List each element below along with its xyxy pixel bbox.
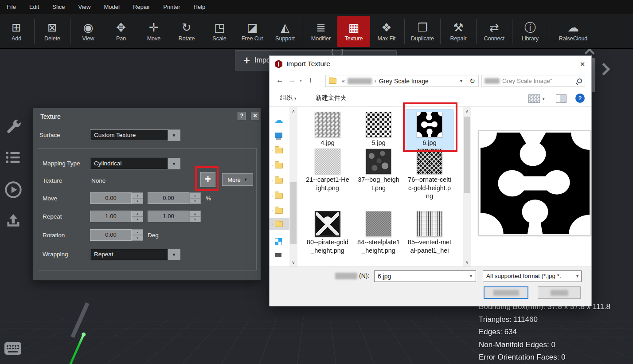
- expand-chevron-icon[interactable]: ›: [270, 221, 275, 227]
- file-item[interactable]: 85--vented-metal-panel1_hei: [407, 211, 452, 254]
- file-item[interactable]: 4.jpg: [305, 112, 350, 147]
- menu-file[interactable]: File: [0, 0, 23, 14]
- scrollbar-thumb[interactable]: [464, 117, 470, 193]
- menu-view[interactable]: View: [72, 0, 98, 14]
- back-button[interactable]: ←: [276, 76, 284, 85]
- expand-chevron-icon[interactable]: ›: [270, 208, 275, 213]
- spinner-arrows[interactable]: ▲▼: [189, 192, 201, 204]
- refresh-icon[interactable]: ↻: [466, 75, 478, 86]
- organize-menu[interactable]: 组织▾: [280, 94, 297, 102]
- tree-item-this-pc[interactable]: [270, 129, 289, 141]
- repeat-y-spinbox[interactable]: 1.00 ▲▼: [148, 211, 201, 222]
- spinner-arrows[interactable]: ▲▼: [132, 229, 143, 241]
- expand-chevron-icon[interactable]: ›: [270, 148, 275, 153]
- menu-model[interactable]: Model: [98, 0, 126, 14]
- tree-item-folder[interactable]: ›: [270, 189, 289, 202]
- menu-printer[interactable]: Printer: [156, 0, 187, 14]
- toolbar-modifier[interactable]: ≣Modifier: [305, 16, 337, 47]
- upload-icon[interactable]: [5, 212, 21, 230]
- list-icon[interactable]: [5, 150, 20, 165]
- toolbar-pan[interactable]: ✥Pan: [105, 16, 137, 47]
- file-list-scrollbar[interactable]: ∧ ∨: [463, 107, 471, 266]
- dialog-title: Import Texture: [286, 60, 330, 68]
- tree-item-folder[interactable]: ›: [270, 159, 289, 172]
- repair-wrench-icon: ⚒: [453, 21, 463, 34]
- toolbar-add[interactable]: ⊞Add: [0, 16, 33, 47]
- view-mode-icon[interactable]: [528, 94, 540, 103]
- file-item[interactable]: 84--steelplate1_height.png: [356, 211, 401, 254]
- menu-edit[interactable]: Edit: [23, 0, 46, 14]
- tree-item-item[interactable]: [270, 249, 289, 261]
- toolbar-connect[interactable]: ⇄Connect: [478, 16, 511, 47]
- repeat-x-spinbox[interactable]: 1.00 ▲▼: [90, 211, 143, 222]
- cancel-button[interactable]: [538, 286, 581, 299]
- toolbar-duplicate[interactable]: ❐Duplicate: [406, 16, 439, 47]
- history-caret-icon[interactable]: ▾: [300, 78, 302, 83]
- file-item[interactable]: 21--carpet1-Height.png: [305, 149, 350, 192]
- file-name: 37--bog_height.png: [356, 176, 401, 192]
- move-x-spinbox[interactable]: 0.00 ▲▼: [90, 192, 143, 204]
- expand-chevron-icon[interactable]: ›: [270, 178, 275, 183]
- tree-item-folder[interactable]: ›: [270, 144, 289, 157]
- expand-chevron-icon[interactable]: ›: [270, 193, 275, 198]
- file-format-dropdown[interactable]: All supported format (*.jpg *. ▾: [483, 270, 582, 282]
- toolbar-texture[interactable]: ▦Texture: [337, 16, 370, 47]
- spinner-arrows[interactable]: ▲▼: [132, 192, 143, 204]
- tree-item-onedrive[interactable]: ☁: [270, 114, 289, 126]
- spinner-arrows[interactable]: ▲▼: [189, 211, 201, 222]
- scrollbar-thumb[interactable]: [290, 182, 297, 244]
- dialog-titlebar[interactable]: Import Texture ✕: [270, 56, 591, 72]
- close-icon[interactable]: ✕: [577, 59, 588, 69]
- tree-item-network[interactable]: [270, 235, 289, 248]
- preview-pane-icon[interactable]: [556, 94, 567, 103]
- file-item[interactable]: 76--ornate-celtic-gold-height.png: [407, 149, 452, 200]
- expand-chevron-icon[interactable]: ›: [270, 163, 275, 168]
- new-folder-button[interactable]: 新建文件夹: [316, 94, 347, 102]
- wrapping-dropdown[interactable]: Repeat▼: [90, 249, 180, 260]
- play-circle-icon[interactable]: [4, 181, 22, 199]
- more-button[interactable]: More▼: [222, 173, 253, 186]
- cloud-icon: ☁: [274, 116, 283, 125]
- toolbar-library[interactable]: ⓘLibrary: [514, 16, 547, 47]
- file-item[interactable]: 5.jpg: [356, 112, 401, 147]
- spinner-arrows[interactable]: ▲▼: [132, 211, 143, 222]
- tree-item-folder[interactable]: ›: [270, 204, 289, 217]
- file-name: 5.jpg: [356, 139, 401, 147]
- rotation-spinbox[interactable]: 0.00 ▲▼: [90, 229, 143, 241]
- surface-dropdown[interactable]: Custom Texture▼: [90, 129, 180, 141]
- search-input[interactable]: Grey Scale Image": [481, 75, 585, 87]
- toolbar-max-fit[interactable]: ❖Max Fit: [370, 16, 403, 47]
- up-button[interactable]: ↑: [309, 76, 313, 85]
- toolbar-move[interactable]: ✛Move: [137, 16, 170, 47]
- tree-scrollbar[interactable]: ∧ ∨: [289, 107, 297, 266]
- menu-repair[interactable]: Repair: [126, 0, 156, 14]
- texture-help-button[interactable]: ?: [238, 112, 246, 120]
- view-mode-caret-icon[interactable]: ▾: [543, 97, 545, 101]
- breadcrumb-folder[interactable]: Grey Scale Image: [379, 78, 429, 85]
- toolbar-support[interactable]: ◭Support: [269, 16, 301, 47]
- file-item[interactable]: 80--pirate-gold_height.png: [305, 211, 350, 254]
- toolbar-raisecloud[interactable]: ☁RaiseCloud: [550, 16, 597, 47]
- toolbar-repair[interactable]: ⚒Repair: [442, 16, 475, 47]
- filename-combobox[interactable]: 6.jpg ▾: [374, 270, 476, 282]
- toolbar-view[interactable]: ◉View: [72, 16, 105, 47]
- chevron-right-icon[interactable]: [598, 63, 610, 75]
- move-y-spinbox[interactable]: 0.00 ▲▼: [148, 192, 201, 204]
- file-item[interactable]: 37--bog_height.png: [356, 149, 401, 192]
- keyboard-icon[interactable]: [4, 342, 21, 355]
- texture-close-button[interactable]: ✕: [251, 112, 259, 120]
- toolbar-scale[interactable]: ◳Scale: [203, 16, 236, 47]
- open-button[interactable]: [484, 286, 528, 299]
- toolbar-free-cut[interactable]: ◪Free Cut: [236, 16, 269, 47]
- address-caret-icon[interactable]: ▾: [457, 78, 466, 83]
- menu-help[interactable]: Help: [187, 0, 212, 14]
- toolbar-delete[interactable]: ⊠Delete: [36, 16, 69, 47]
- help-icon[interactable]: ?: [575, 94, 585, 103]
- tree-item-folder[interactable]: ›: [270, 174, 289, 187]
- toolbar-rotate[interactable]: ↻Rotate: [170, 16, 203, 47]
- menu-slice[interactable]: Slice: [46, 0, 71, 14]
- mapping-type-dropdown[interactable]: Cylindrical▼: [90, 158, 180, 169]
- address-bar[interactable]: « › Grey Scale Image ▾ ↻: [325, 75, 479, 87]
- wrench-icon[interactable]: [5, 118, 22, 136]
- tree-item-folder-current[interactable]: ›: [270, 218, 289, 230]
